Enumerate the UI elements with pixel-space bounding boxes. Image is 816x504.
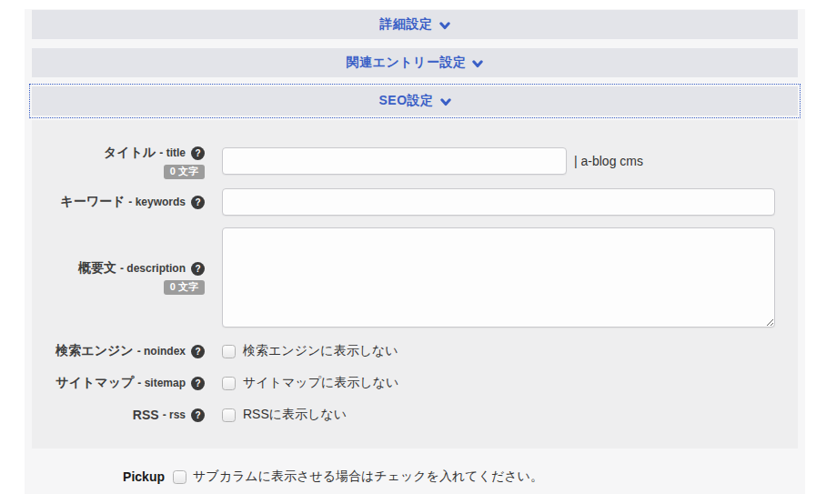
rss-checkbox[interactable] [222, 408, 236, 422]
title-label-en: - title [159, 146, 186, 159]
accordion-detail-settings[interactable]: 詳細設定 [32, 10, 798, 39]
sitemap-checkbox[interactable] [222, 377, 236, 390]
sitemap-label-ja: サイトマップ [55, 375, 134, 391]
pickup-checkbox[interactable] [173, 470, 186, 484]
title-char-counter-badge: 0 文字 [164, 165, 205, 179]
rss-field-label: RSS - rss ? [32, 408, 205, 422]
noindex-label-ja: 検索エンジン [55, 343, 133, 359]
noindex-field-row: 検索エンジン - noindex ? 検索エンジンに表示しない [32, 343, 777, 359]
help-icon[interactable]: ? [191, 377, 205, 390]
accordion-related-entry-settings[interactable]: 関連エントリー設定 [32, 48, 798, 77]
description-textarea[interactable] [222, 227, 775, 328]
sitemap-field-row: サイトマップ - sitemap ? サイトマップに表示しない [32, 375, 777, 391]
seo-settings-panel: タイトル - title ? 0 文字 | a-blog cms キーワード -… [32, 120, 798, 449]
keywords-label-ja: キーワード [60, 194, 125, 210]
help-icon[interactable]: ? [191, 262, 205, 276]
title-field-label: タイトル - title ? 0 文字 [32, 143, 205, 179]
rss-label-en: - rss [163, 408, 186, 421]
keywords-input[interactable] [222, 188, 775, 216]
chevron-down-icon [440, 98, 451, 106]
help-icon[interactable]: ? [191, 146, 205, 160]
noindex-field-label: 検索エンジン - noindex ? [32, 343, 205, 359]
accordion-seo-settings-label: SEO設定 [378, 93, 433, 109]
sitemap-field-label: サイトマップ - sitemap ? [32, 375, 205, 391]
keywords-field-row: キーワード - keywords ? [32, 188, 777, 216]
chevron-down-icon [472, 60, 483, 68]
noindex-checkbox-control[interactable]: 検索エンジンに表示しない [222, 343, 398, 359]
rss-checkbox-control[interactable]: RSSに表示しない [222, 407, 347, 423]
entry-edit-page: 詳細設定 関連エントリー設定 SEO設定 タイトル - title ? 0 [25, 9, 805, 494]
title-input[interactable] [222, 147, 567, 175]
noindex-checkbox-label: 検索エンジンに表示しない [243, 343, 398, 359]
rss-label-ja: RSS [133, 408, 159, 422]
sitemap-label-en: - sitemap [137, 377, 186, 389]
accordion-seo-settings[interactable]: SEO設定 [32, 86, 798, 116]
pickup-checkbox-control[interactable]: サブカラムに表示させる場合はチェックを入れてください。 [173, 469, 543, 485]
description-label-en: - description [120, 262, 186, 275]
noindex-label-en: - noindex [137, 345, 186, 358]
help-icon[interactable]: ? [191, 196, 205, 209]
description-char-counter-badge: 0 文字 [164, 280, 205, 295]
title-label-ja: タイトル [104, 145, 156, 161]
pickup-field-row: Pickup サブカラムに表示させる場合はチェックを入れてください。 [32, 469, 798, 485]
help-icon[interactable]: ? [191, 345, 205, 358]
pickup-checkbox-label: サブカラムに表示させる場合はチェックを入れてください。 [193, 469, 543, 485]
accordion-detail-settings-label: 詳細設定 [380, 16, 433, 33]
description-field-row: 概要文 - description ? 0 文字 [32, 227, 777, 328]
chevron-down-icon [439, 22, 450, 30]
rss-checkbox-label: RSSに表示しない [243, 407, 347, 423]
title-field-row: タイトル - title ? 0 文字 | a-blog cms [32, 143, 777, 179]
noindex-checkbox[interactable] [222, 345, 236, 358]
accordion-related-entry-settings-label: 関連エントリー設定 [347, 55, 467, 71]
rss-field-row: RSS - rss ? RSSに表示しない [32, 407, 777, 423]
pickup-label: Pickup [105, 469, 165, 484]
help-icon[interactable]: ? [191, 408, 205, 422]
sitemap-checkbox-label: サイトマップに表示しない [243, 375, 398, 391]
sitemap-checkbox-control[interactable]: サイトマップに表示しない [222, 375, 398, 391]
keywords-label-en: - keywords [128, 196, 186, 208]
title-site-suffix: | a-blog cms [574, 154, 643, 168]
keywords-field-label: キーワード - keywords ? [32, 194, 205, 210]
description-label-ja: 概要文 [78, 260, 116, 277]
description-field-label: 概要文 - description ? 0 文字 [32, 260, 205, 295]
